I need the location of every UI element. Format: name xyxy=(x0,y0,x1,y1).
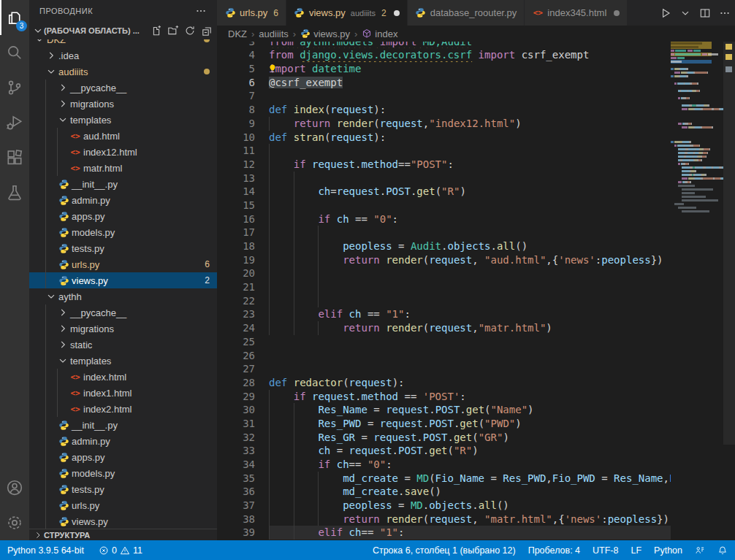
code-line-11[interactable]: 11 xyxy=(217,144,671,158)
activity-explorer[interactable]: 3 xyxy=(0,0,29,35)
tree-item-__pycache__[interactable]: __pycache__ xyxy=(29,304,217,321)
breadcrumb-views.py[interactable]: views.py xyxy=(300,28,350,39)
code-line-18[interactable]: 18 peopless = Audit.objects.all() xyxy=(217,239,671,253)
minimap[interactable] xyxy=(671,42,723,540)
code-line-8[interactable]: 8def index(request): xyxy=(217,103,671,117)
code-line-33[interactable]: 33 ch = request.POST.get("R") xyxy=(217,444,671,458)
code-line-30[interactable]: 30 Res_Name = request.POST.get("Name") xyxy=(217,403,671,417)
code-line-15[interactable]: 15 xyxy=(217,199,671,212)
code-line-36[interactable]: 36 md_create.save() xyxy=(217,485,671,499)
encoding-status[interactable]: UTF-8 xyxy=(593,545,618,556)
code-line-7[interactable]: 7 xyxy=(217,89,671,103)
tree-item-templates[interactable]: templates xyxy=(29,112,217,128)
refresh-icon[interactable] xyxy=(183,23,197,38)
vertical-scrollbar[interactable] xyxy=(723,42,735,540)
code-line-27[interactable]: 27 xyxy=(217,362,671,376)
selection-info[interactable]: Строка 6, столбец 1 (выбрано 12) xyxy=(373,545,516,556)
tree-item-apps.py[interactable]: apps.py xyxy=(29,449,217,465)
code-line-35[interactable]: 35 md_create = MD(Fio_Name = Res_PWD,Fio… xyxy=(217,472,671,486)
activity-run-and-debug[interactable] xyxy=(0,105,29,140)
tree-item-models.py[interactable]: models.py xyxy=(29,465,217,481)
run-dropdown[interactable] xyxy=(679,7,691,19)
tab-database_roouter.py[interactable]: database_roouter.py xyxy=(408,0,525,26)
tree-item-index1.html[interactable]: <>index1.html xyxy=(29,385,217,401)
run-button[interactable] xyxy=(660,7,671,19)
code-line-21[interactable]: 21 xyxy=(217,280,671,294)
tree-item-__init__.py[interactable]: __init__.py xyxy=(29,176,217,192)
tree-item-tests.py[interactable]: tests.py xyxy=(29,240,217,256)
tree-item-aythh[interactable]: aythh xyxy=(29,288,217,304)
tree-item-urls.py[interactable]: urls.py xyxy=(29,497,217,513)
outline-section-header[interactable]: СТРУКТУРА xyxy=(29,529,217,540)
split-editor-button[interactable] xyxy=(699,7,711,19)
tree-item-index.html[interactable]: <>index.html xyxy=(29,369,217,385)
code-line-37[interactable]: 37 peopless = MD.objects.all() xyxy=(217,499,671,513)
code-line-26[interactable]: 26 xyxy=(217,349,671,363)
indentation-status[interactable]: Пробелов: 4 xyxy=(528,545,580,556)
eol-status[interactable]: LF xyxy=(631,545,641,556)
code-line-14[interactable]: 14 ch=request.POST.get("R") xyxy=(217,185,671,199)
code-line-5[interactable]: 5import datetime xyxy=(217,62,671,76)
lightbulb-icon[interactable] xyxy=(269,64,278,74)
collapse-all-icon[interactable] xyxy=(199,23,214,38)
workspace-section-header[interactable]: (РАБОЧАЯ ОБЛАСТЬ) ... xyxy=(29,22,217,39)
language-mode[interactable]: Python xyxy=(654,545,682,556)
breadcrumb-DKZ[interactable]: DKZ xyxy=(228,28,247,39)
code-line-24[interactable]: 24 return render(request,"matr.html") xyxy=(217,321,671,335)
tree-item-matr.html[interactable]: <>matr.html xyxy=(29,160,217,176)
code-line-4[interactable]: 4from django.views.decorators.csrf impor… xyxy=(217,48,671,62)
code-line-22[interactable]: 22 xyxy=(217,294,671,308)
tree-item-static[interactable]: static xyxy=(29,337,217,353)
tree-item-index12.html[interactable]: <>index12.html xyxy=(29,144,217,160)
tree-item-admin.py[interactable]: admin.py xyxy=(29,433,217,449)
code-line-6[interactable]: 6@csrf_exempt xyxy=(217,76,671,90)
tree-item-admin.py[interactable]: admin.py xyxy=(29,192,217,208)
tree-item-__pycache__[interactable]: __pycache__ xyxy=(29,80,217,96)
code-line-10[interactable]: 10def stran(request): xyxy=(217,131,671,145)
tree-item-urls.py[interactable]: urls.py6 xyxy=(29,256,217,272)
activity-search[interactable] xyxy=(0,35,29,70)
code-editor[interactable]: 3from aythh.models import MD,Audit4from … xyxy=(217,42,671,540)
activity-testing[interactable] xyxy=(0,175,29,210)
tree-item-.idea[interactable]: .idea xyxy=(29,47,217,64)
tree-item-models.py[interactable]: models.py xyxy=(29,224,217,240)
code-line-23[interactable]: 23 elif ch == "1": xyxy=(217,307,671,321)
activity-source-control[interactable] xyxy=(0,70,29,105)
breadcrumb-index[interactable]: index xyxy=(362,28,397,39)
code-line-17[interactable]: 17 xyxy=(217,226,671,239)
code-line-29[interactable]: 29 if request.method == 'POST': xyxy=(217,390,671,404)
code-line-25[interactable]: 25 xyxy=(217,335,671,349)
tab-views.py[interactable]: views.pyaudiiits2 xyxy=(286,0,407,26)
code-line-3[interactable]: 3from aythh.models import MD,Audit xyxy=(217,42,671,48)
tree-item-aud.html[interactable]: <>aud.html xyxy=(29,128,217,144)
tree-item-migrations[interactable]: migrations xyxy=(29,321,217,337)
activity-settings[interactable] xyxy=(0,505,29,540)
code-line-12[interactable]: 12 if request.method=="POST": xyxy=(217,158,671,172)
tree-item-__init__.py[interactable]: __init__.py xyxy=(29,417,217,433)
feedback-button[interactable] xyxy=(695,545,705,556)
tree-item-views.py[interactable]: views.py2 xyxy=(29,272,217,288)
new-folder-icon[interactable] xyxy=(166,23,180,38)
tree-item-views.py[interactable]: views.py xyxy=(29,513,217,529)
tree-item-index2.html[interactable]: <>index2.html xyxy=(29,401,217,417)
tab-urls.py[interactable]: urls.py6 xyxy=(217,0,286,26)
code-line-28[interactable]: 28def redactor(request): xyxy=(217,376,671,390)
code-line-20[interactable]: 20 xyxy=(217,266,671,280)
code-line-9[interactable]: 9 return render(request,"index12.html") xyxy=(217,117,671,131)
code-line-31[interactable]: 31 Res_PWD = request.POST.get("PWD") xyxy=(217,417,671,431)
notifications-button[interactable] xyxy=(717,545,728,556)
code-line-39[interactable]: 39 elif ch== "1": xyxy=(217,526,671,540)
code-line-13[interactable]: 13 xyxy=(217,172,671,185)
tree-item-templates[interactable]: templates xyxy=(29,353,217,369)
code-line-34[interactable]: 34 if ch== "0": xyxy=(217,458,671,472)
code-line-38[interactable]: 38 return render(request, "matr.html",{'… xyxy=(217,513,671,526)
more-actions-button[interactable] xyxy=(719,7,731,19)
tab-index345.html[interactable]: <>index345.html xyxy=(525,0,627,26)
activity-extensions[interactable] xyxy=(0,140,29,175)
activity-account[interactable] xyxy=(0,470,29,505)
tree-item-migrations[interactable]: migrations xyxy=(29,96,217,112)
new-file-icon[interactable] xyxy=(149,23,164,38)
problems-status[interactable]: 0 11 xyxy=(99,545,142,556)
scrollbar-thumb[interactable] xyxy=(723,42,735,445)
tree-item-audiiits[interactable]: audiiits xyxy=(29,64,217,80)
